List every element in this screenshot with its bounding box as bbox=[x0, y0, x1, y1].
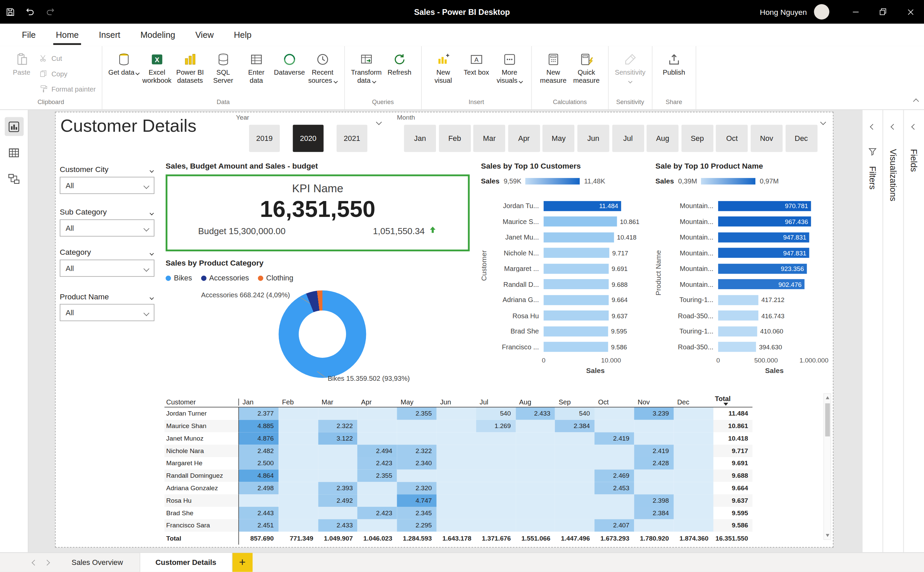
expand-panel-chevron-icon[interactable] bbox=[912, 121, 916, 131]
matrix-total-cell[interactable]: 10.418 bbox=[713, 432, 752, 445]
save-icon[interactable] bbox=[0, 0, 20, 24]
matrix-cell-jul[interactable] bbox=[476, 494, 516, 507]
avatar[interactable] bbox=[814, 4, 829, 20]
matrix-cell-sep[interactable] bbox=[555, 445, 594, 457]
ribbon-button-power-bi-datasets[interactable]: Power BI datasets bbox=[174, 50, 206, 85]
matrix-cell-aug[interactable] bbox=[516, 507, 555, 519]
matrix-total-cell[interactable]: 9.586 bbox=[713, 519, 752, 532]
matrix-cell-oct[interactable] bbox=[594, 420, 634, 432]
matrix-cell-feb[interactable] bbox=[278, 457, 318, 469]
close-button[interactable] bbox=[897, 0, 924, 24]
page-tab-customer-details[interactable]: Customer Details bbox=[140, 553, 232, 572]
matrix-cell-jan[interactable]: 2.498 bbox=[239, 482, 278, 494]
matrix-cell-feb[interactable] bbox=[278, 482, 318, 494]
matrix-cell-nov[interactable] bbox=[634, 432, 674, 445]
matrix-cell-jun[interactable] bbox=[437, 407, 476, 420]
top-customers-chart-visual[interactable]: Sales by Top 10 Customers Sales 9,59K 11… bbox=[479, 162, 650, 389]
matrix-cell-apr[interactable]: 2.423 bbox=[358, 507, 397, 519]
matrix-cell-sep[interactable] bbox=[555, 507, 594, 519]
legend-item-clothing[interactable]: Clothing bbox=[258, 274, 293, 282]
next-page-chevron-icon[interactable] bbox=[45, 558, 49, 567]
ribbon-button-sensitivity[interactable]: Sensitivity bbox=[614, 50, 646, 85]
matrix-cell-jan[interactable]: 2.443 bbox=[239, 507, 278, 519]
matrix-cell-aug[interactable] bbox=[516, 482, 555, 494]
matrix-header-mar[interactable]: Mar bbox=[318, 399, 358, 406]
matrix-cell-aug[interactable] bbox=[516, 457, 555, 469]
matrix-cell-mar[interactable]: 2.433 bbox=[318, 519, 358, 532]
matrix-cell-apr[interactable] bbox=[358, 519, 397, 532]
matrix-cell-jan[interactable] bbox=[239, 494, 278, 507]
matrix-cell-jun[interactable] bbox=[437, 519, 476, 532]
matrix-customer-cell[interactable]: Janet Munoz bbox=[165, 432, 239, 445]
matrix-cell-oct[interactable]: 2.419 bbox=[594, 432, 634, 445]
matrix-header-jun[interactable]: Jun bbox=[437, 399, 476, 406]
matrix-cell-jan[interactable]: 2.482 bbox=[239, 445, 278, 457]
matrix-cell-aug[interactable] bbox=[516, 432, 555, 445]
matrix-total-cell[interactable]: 9.595 bbox=[713, 507, 752, 519]
month-option-mar[interactable]: Mar bbox=[473, 125, 506, 152]
matrix-cell-jul[interactable] bbox=[476, 445, 516, 457]
bar-francisco-[interactable] bbox=[544, 342, 608, 352]
legend-item-accessories[interactable]: Accessories bbox=[201, 274, 249, 282]
matrix-total-cell[interactable]: 9.717 bbox=[713, 445, 752, 457]
filter-header-product-name[interactable]: Product Name bbox=[60, 290, 154, 302]
matrix-header-dec[interactable]: Dec bbox=[674, 399, 713, 406]
matrix-cell-mar[interactable] bbox=[318, 469, 358, 482]
matrix-cell-feb[interactable] bbox=[278, 407, 318, 420]
matrix-cell-aug[interactable]: 2.433 bbox=[516, 407, 555, 420]
bar-janet-mu-[interactable] bbox=[544, 232, 614, 242]
matrix-cell-apr[interactable]: 2.355 bbox=[358, 469, 397, 482]
menu-tab-help[interactable]: Help bbox=[224, 24, 261, 46]
matrix-cell-jul[interactable] bbox=[476, 469, 516, 482]
matrix-cell-mar[interactable]: 2.322 bbox=[318, 420, 358, 432]
year-option-2021[interactable]: 2021 bbox=[337, 125, 367, 152]
expand-panel-chevron-icon[interactable] bbox=[891, 121, 895, 131]
matrix-cell-may[interactable] bbox=[397, 469, 437, 482]
matrix-cell-jan[interactable]: 2.377 bbox=[239, 407, 278, 420]
matrix-cell-nov[interactable]: 2.384 bbox=[634, 507, 674, 519]
matrix-cell-jul[interactable] bbox=[476, 432, 516, 445]
month-option-aug[interactable]: Aug bbox=[647, 125, 679, 152]
matrix-cell-apr[interactable]: 2.494 bbox=[358, 445, 397, 457]
matrix-total-cell[interactable]: 9.688 bbox=[713, 469, 752, 482]
ribbon-button-quick-measure[interactable]: Quick measure bbox=[571, 50, 602, 85]
matrix-cell-jan[interactable]: 2.451 bbox=[239, 519, 278, 532]
matrix-cell-nov[interactable] bbox=[634, 469, 674, 482]
matrix-cell-dec[interactable] bbox=[674, 407, 713, 420]
ribbon-button-paste[interactable]: Paste bbox=[6, 50, 37, 76]
matrix-cell-feb[interactable] bbox=[278, 432, 318, 445]
donut-chart-visual[interactable]: Sales by Product Category BikesAccessori… bbox=[165, 258, 472, 390]
month-option-jun[interactable]: Jun bbox=[577, 125, 609, 152]
year-slicer-chevron-icon[interactable] bbox=[377, 116, 381, 127]
bar-mountain-[interactable]: 947.831 bbox=[718, 232, 809, 242]
matrix-cell-sep[interactable]: 540 bbox=[555, 407, 594, 420]
matrix-cell-aug[interactable] bbox=[516, 494, 555, 507]
matrix-cell-apr[interactable] bbox=[358, 482, 397, 494]
model-view-icon[interactable] bbox=[5, 169, 23, 188]
page-tab-sales-overview[interactable]: Sales Overview bbox=[62, 553, 132, 572]
matrix-cell-jan[interactable]: 4.876 bbox=[239, 432, 278, 445]
menu-tab-home[interactable]: Home bbox=[46, 24, 89, 46]
top-products-chart-visual[interactable]: Sale by Top 10 Product Name Sales 0,39M … bbox=[654, 162, 832, 389]
bar-nichole-n-[interactable] bbox=[544, 248, 609, 258]
matrix-cell-feb[interactable] bbox=[278, 519, 318, 532]
matrix-cell-oct[interactable] bbox=[594, 507, 634, 519]
month-option-jul[interactable]: Jul bbox=[612, 125, 644, 152]
ribbon-button-enter-data[interactable]: Enter data bbox=[241, 50, 272, 85]
matrix-total-cell[interactable]: 9.637 bbox=[713, 494, 752, 507]
prev-page-chevron-icon[interactable] bbox=[33, 558, 36, 567]
matrix-cell-mar[interactable] bbox=[318, 457, 358, 469]
filter-dropdown-category[interactable]: All bbox=[60, 260, 154, 277]
matrix-cell-nov[interactable]: 2.419 bbox=[634, 445, 674, 457]
matrix-cell-jan[interactable]: 4.885 bbox=[239, 420, 278, 432]
matrix-customer-cell[interactable]: Brad She bbox=[165, 507, 239, 519]
matrix-header-total[interactable]: Total bbox=[713, 395, 752, 406]
matrix-customer-cell[interactable]: Rosa Hu bbox=[165, 494, 239, 507]
matrix-cell-dec[interactable] bbox=[674, 432, 713, 445]
matrix-customer-cell[interactable]: Francisco Sara bbox=[165, 519, 239, 532]
matrix-cell-mar[interactable] bbox=[318, 445, 358, 457]
ribbon-button-new-measure[interactable]: New measure bbox=[538, 50, 569, 85]
menu-tab-view[interactable]: View bbox=[185, 24, 224, 46]
matrix-scrollbar[interactable] bbox=[823, 393, 831, 540]
bar-randall-d-[interactable] bbox=[544, 280, 609, 289]
